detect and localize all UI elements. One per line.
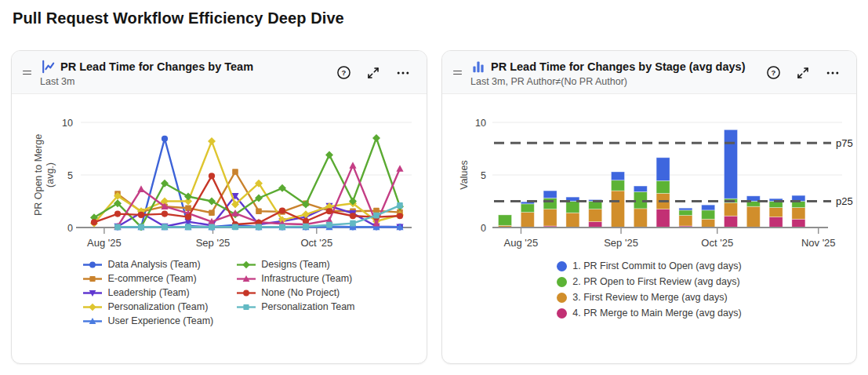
- legend-item[interactable]: Personalization Team: [237, 301, 354, 312]
- line-chart-icon: [40, 59, 56, 75]
- legend-label: Data Analysis (Team): [107, 259, 200, 270]
- legend-item[interactable]: Leadership (Team): [83, 287, 213, 298]
- legend-label: Infrastructure (Team): [261, 273, 352, 284]
- dashboard-page: Pull Request Workflow Efficiency Deep Di…: [0, 0, 868, 375]
- svg-text:Sep '25: Sep '25: [196, 237, 231, 249]
- svg-text:Aug '25: Aug '25: [504, 237, 539, 249]
- legend-marker-icon: [83, 302, 102, 312]
- svg-text:5: 5: [67, 170, 73, 181]
- panel-title: PR Lead Time for Changes by Team: [60, 60, 253, 73]
- legend-label: 3. First Review to Merge (avg days): [572, 292, 727, 303]
- panel-subtitle: Last 3m, PR Author≠(No PR Author): [470, 76, 757, 87]
- svg-text:10: 10: [475, 118, 486, 129]
- legend-marker-icon: [83, 316, 102, 326]
- chart-area: 0510Aug '25Sep '25Oct '25PR Open to Merg…: [12, 94, 427, 253]
- legend-item[interactable]: Personalization (Team): [83, 301, 213, 312]
- legend-item[interactable]: 4. PR Merge to Main Merge (avg days): [557, 308, 741, 319]
- legend-marker-icon: [237, 302, 256, 312]
- legend-item[interactable]: Infrastructure (Team): [237, 273, 354, 284]
- drag-handle-icon[interactable]: [21, 67, 33, 78]
- more-icon[interactable]: [394, 64, 412, 82]
- cards-row: PR Lead Time for Changes by Team Last 3m…: [11, 50, 857, 364]
- legend-marker-icon: [83, 260, 102, 270]
- legend-label: 4. PR Merge to Main Merge (avg days): [572, 308, 741, 319]
- legend-marker-icon: [237, 274, 256, 284]
- svg-text:Sep '25: Sep '25: [604, 237, 638, 249]
- legend-label: None (No Project): [261, 287, 340, 298]
- svg-text:0: 0: [67, 223, 73, 234]
- expand-icon[interactable]: [794, 64, 812, 82]
- legend-label: E-commerce (Team): [107, 273, 196, 284]
- svg-text:?: ?: [341, 68, 346, 77]
- legend-label: Leadership (Team): [107, 287, 189, 298]
- panel-header: PR Lead Time for Changes by Stage (avg d…: [442, 51, 856, 94]
- bar-chart-icon: [470, 59, 486, 75]
- legend-label: Personalization (Team): [107, 301, 208, 312]
- panel-subtitle: Last 3m: [40, 76, 327, 87]
- svg-text:?: ?: [771, 68, 775, 77]
- svg-text:PR Open to Merge: PR Open to Merge: [33, 134, 44, 216]
- legend-label: 1. PR First Commit to Open (avg days): [572, 260, 741, 271]
- legend-dot-icon: [557, 308, 567, 319]
- legend-item[interactable]: 3. First Review to Merge (avg days): [557, 292, 741, 303]
- expand-icon[interactable]: [364, 64, 383, 82]
- drag-handle-icon[interactable]: [452, 67, 463, 78]
- legend-dot-icon: [557, 261, 567, 271]
- panel-header: PR Lead Time for Changes by Team Last 3m…: [12, 51, 427, 94]
- help-icon[interactable]: ?: [764, 64, 783, 82]
- legend-marker-icon: [237, 288, 256, 298]
- legend-item[interactable]: E-commerce (Team): [83, 273, 213, 284]
- legend-label: 2. PR Open to First Review (avg days): [572, 276, 739, 287]
- legend-item[interactable]: None (No Project): [237, 287, 354, 298]
- panel-pr-lead-time-by-team: PR Lead Time for Changes by Team Last 3m…: [11, 50, 427, 364]
- svg-text:(avg.): (avg.): [45, 162, 56, 188]
- svg-text:5: 5: [481, 170, 486, 181]
- page-title: Pull Request Workflow Efficiency Deep Di…: [0, 0, 868, 27]
- legend-label: Personalization Team: [261, 301, 354, 312]
- legend-item[interactable]: 1. PR First Commit to Open (avg days): [557, 260, 741, 271]
- svg-text:p75: p75: [836, 137, 853, 149]
- svg-text:Values: Values: [459, 160, 470, 189]
- panel-actions: ?: [764, 64, 845, 82]
- legend-dot-icon: [557, 293, 567, 303]
- legend-label: User Experience (Team): [107, 315, 213, 326]
- more-icon[interactable]: [823, 64, 842, 82]
- team-legend: Data Analysis (Team)E-commerce (Team)Lea…: [83, 259, 354, 326]
- legend-item[interactable]: Data Analysis (Team): [83, 259, 213, 270]
- legend-label: Designs (Team): [261, 259, 330, 270]
- svg-text:0: 0: [481, 223, 486, 234]
- svg-text:Nov '25: Nov '25: [801, 237, 836, 249]
- legend-item[interactable]: User Experience (Team): [83, 315, 213, 326]
- svg-text:Oct '25: Oct '25: [701, 237, 733, 249]
- chart-area: 0510Aug '25Sep '25Oct '25Nov '25Valuesp7…: [442, 94, 856, 253]
- svg-text:p25: p25: [836, 195, 853, 207]
- panel-header-text: PR Lead Time for Changes by Stage (avg d…: [470, 59, 757, 87]
- legend-dot-icon: [557, 277, 567, 287]
- panel-header-text: PR Lead Time for Changes by Team Last 3m: [40, 59, 327, 87]
- svg-text:Aug '25: Aug '25: [87, 237, 122, 249]
- panel-actions: ?: [334, 64, 416, 82]
- panel-title: PR Lead Time for Changes by Stage (avg d…: [491, 60, 745, 73]
- svg-text:10: 10: [62, 118, 73, 129]
- svg-text:Oct '25: Oct '25: [300, 237, 332, 249]
- panel-pr-lead-time-by-stage: PR Lead Time for Changes by Stage (avg d…: [441, 50, 857, 364]
- stage-bar-chart[interactable]: 0510Aug '25Sep '25Oct '25Nov '25Valuesp7…: [444, 97, 855, 253]
- legend-marker-icon: [83, 274, 102, 284]
- legend-item[interactable]: Designs (Team): [237, 259, 354, 270]
- legend-marker-icon: [237, 260, 256, 270]
- legend-marker-icon: [83, 288, 102, 298]
- legend-item[interactable]: 2. PR Open to First Review (avg days): [557, 276, 741, 287]
- team-line-chart[interactable]: 0510Aug '25Sep '25Oct '25PR Open to Merg…: [13, 97, 425, 253]
- help-icon[interactable]: ?: [334, 64, 353, 82]
- stage-legend: 1. PR First Commit to Open (avg days)2. …: [557, 260, 741, 319]
